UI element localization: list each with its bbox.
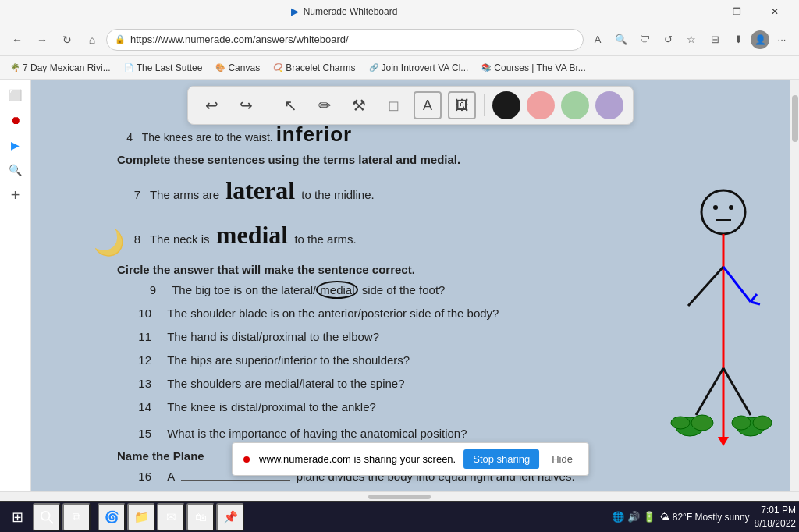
q12-question: 12 The hips are superior/inferior to the… [117,351,766,370]
tabs-sidebar-icon[interactable]: ⬜ [5,84,27,106]
color-pink-swatch[interactable] [527,91,555,119]
bookmark-icon-4: 🔗 [368,62,379,73]
back-button[interactable]: ← [6,29,28,51]
q10-question: 10 The shoulder blade is on the anterior… [117,304,766,323]
refresh-button[interactable]: ↻ [56,29,78,51]
redo-button[interactable]: ↪ [232,91,260,119]
bottom-scrollbar-thumb[interactable] [368,495,431,499]
stop-sharing-button[interactable]: Stop sharing [463,449,539,469]
q12-text: The hips are superior/inferior to the sh… [167,353,410,367]
sharing-dot-icon [243,456,250,463]
bottom-scroll-bar[interactable] [0,491,799,501]
pencil-tool-button[interactable]: ✏ [311,91,339,119]
extra-taskbar-icon[interactable]: 📌 [216,503,244,531]
eraser-tool-button[interactable]: ◻ [379,91,407,119]
read-aloud-button[interactable]: A [587,29,609,51]
record-sidebar-icon[interactable]: ⏺ [5,109,27,131]
color-black-swatch[interactable] [492,91,520,119]
bookmark-item[interactable]: 🌴 7 Day Mexican Rivi... [6,61,114,75]
hide-button[interactable]: Hide [547,450,577,468]
address-bar[interactable]: 🔒 https://www.numerade.com/answers/white… [106,29,584,51]
download-button[interactable]: ⬇ [727,29,749,51]
favorites-button[interactable]: ☆ [680,29,702,51]
start-button[interactable]: ⊞ [3,503,31,531]
q7-question: 7 The arms are lateral to the midline. [117,171,766,211]
q9-question: 9 The big toe is on the lateral/medial s… [117,281,766,300]
text-tool-button[interactable]: A [414,91,442,119]
bookmark-label-1: The Last Suttee [137,62,203,73]
more-button[interactable]: ··· [771,29,793,51]
svg-line-12 [723,368,751,415]
q9-number: 9 [133,281,156,300]
scrollbar-thumb[interactable] [792,95,798,142]
weather-icon: 🌤 [660,512,669,523]
q9-prefix: The big toe is on the lateral/ [172,283,316,296]
url-text: https://www.numerade.com/answers/whitebo… [130,34,575,45]
mail-taskbar-icon[interactable]: ✉ [157,503,185,531]
add-sidebar-icon[interactable]: + [5,184,27,206]
bookmark-icon-0: 🌴 [9,62,20,73]
history-button[interactable]: ↺ [657,29,679,51]
zoom-button[interactable]: 🔍 [610,29,632,51]
undo-button[interactable]: ↩ [197,91,225,119]
q7-number: 7 [117,186,140,204]
svg-point-21 [41,511,50,520]
restore-button[interactable]: ❐ [719,0,755,23]
bookmark-label-0: 7 Day Mexican Rivi... [23,62,111,73]
taskbar-separator [94,508,94,527]
svg-point-15 [671,417,690,429]
select-tool-button[interactable]: ↖ [276,91,304,119]
battery-tray-icon: 🔋 [643,511,655,523]
shield-button[interactable]: 🛡 [634,29,655,51]
bookmark-item[interactable]: 🎨 Canvas [211,61,263,75]
color-green-swatch[interactable] [561,91,589,119]
svg-marker-20 [718,437,729,446]
svg-point-18 [732,416,751,430]
profile-icon[interactable]: 👤 [751,30,769,49]
shapes-tool-button[interactable]: ⚒ [345,91,373,119]
bookmark-item[interactable]: 📚 Courses | The VA Br... [478,61,588,75]
q8-handwritten: medial [216,221,288,249]
weather-text: 82°F Mostly sunny [673,512,750,523]
q12-number: 12 [128,351,151,370]
svg-line-7 [688,267,723,306]
worksheet: 4 The knees are to the waist. inferior C… [117,122,766,468]
play-sidebar-icon[interactable]: ▶ [5,134,27,156]
bookmark-item[interactable]: 🔗 Join Introvert VA Cl... [365,61,472,75]
stick-figure-drawing [673,173,774,485]
system-tray-icons: 🌐 🔊 🔋 [612,511,655,523]
forward-button[interactable]: → [31,29,53,51]
bookmark-item[interactable]: 📄 The Last Suttee [120,61,206,75]
q9-circled: medial [316,281,358,299]
weather-widget[interactable]: 🌤 82°F Mostly sunny [660,512,750,523]
left-sidebar: ⬜ ⏺ ▶ 🔍 + [0,80,31,491]
color-purple-swatch[interactable] [595,91,623,119]
q8-question: 8 The neck is medial to the arms. [117,215,766,255]
bookmark-label-2: Canvas [228,62,260,73]
taskbar-clock[interactable]: 7:01 PM 8/18/2022 [755,504,796,530]
explorer-taskbar-icon[interactable]: 📁 [127,503,155,531]
volume-tray-icon: 🔊 [627,511,640,523]
q4-number: 4 [117,131,133,144]
minimize-button[interactable]: — [682,0,718,23]
q14-question: 14 The knee is distal/proximal to the an… [117,398,766,417]
search-taskbar-button[interactable] [33,503,61,531]
task-view-button[interactable]: ⧉ [62,503,91,531]
q9-suffix: side of the foot? [358,283,445,296]
sharing-bar: www.numerade.com is sharing your screen.… [232,442,589,476]
sharing-message: www.numerade.com is sharing your screen. [259,453,456,465]
svg-point-3 [713,205,718,210]
title-bar: ▶ Numerade Whiteboard — ❐ ✕ [0,0,799,23]
image-tool-button[interactable]: 🖼 [448,91,476,119]
q7-handwritten: lateral [225,176,295,204]
right-scrollbar[interactable] [790,80,799,491]
edge-taskbar-icon[interactable]: 🌀 [98,503,126,531]
close-button[interactable]: ✕ [757,0,793,23]
home-button[interactable]: ⌂ [81,29,103,51]
taskbar-time: 7:01 PM [755,504,796,517]
collections-button[interactable]: ⊟ [704,29,726,51]
store-taskbar-icon[interactable]: 🛍 [186,503,215,531]
search-sidebar-icon[interactable]: 🔍 [5,159,27,181]
svg-point-0 [701,190,745,234]
bookmark-item[interactable]: 📿 Bracelet Charms [269,61,358,75]
